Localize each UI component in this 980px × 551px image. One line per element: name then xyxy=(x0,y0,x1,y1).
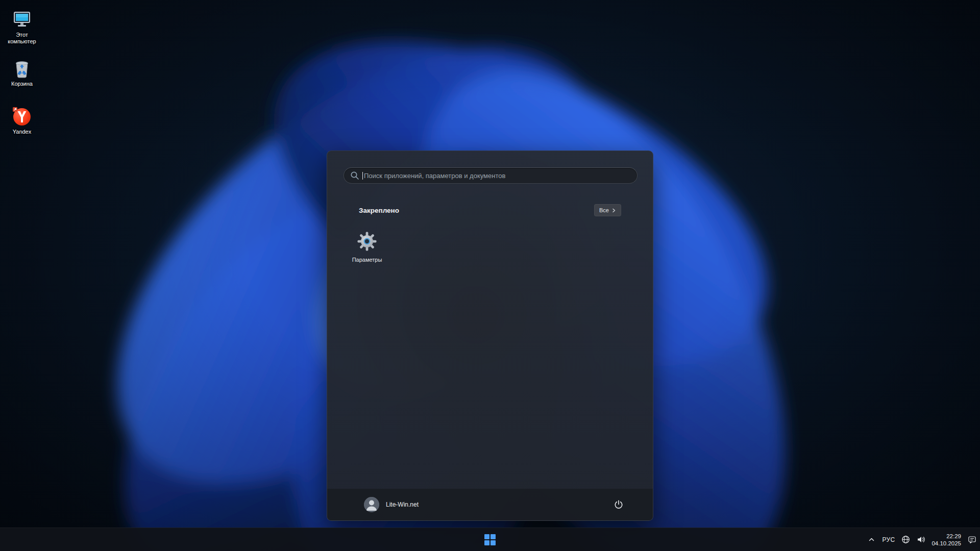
recycle-bin-icon xyxy=(13,58,31,79)
power-button[interactable] xyxy=(609,495,628,514)
globe-network-icon xyxy=(901,535,910,544)
this-pc-icon xyxy=(12,9,32,30)
tray-overflow-button[interactable] xyxy=(865,530,879,549)
chevron-right-icon xyxy=(611,208,616,213)
text-caret xyxy=(362,172,363,180)
all-apps-label: Все xyxy=(599,207,609,213)
clock-time: 22:29 xyxy=(946,533,961,540)
desktop-icon-yandex[interactable]: Yandex xyxy=(2,104,42,137)
user-name-label: Lite-Win.net xyxy=(386,501,419,508)
start-menu-footer: Lite-Win.net xyxy=(327,489,653,520)
notification-icon xyxy=(968,535,976,544)
language-label: РУС xyxy=(883,536,895,543)
taskbar-center xyxy=(479,530,501,550)
desktop-icon-this-pc[interactable]: Этот компьютер xyxy=(2,7,42,47)
user-avatar-icon xyxy=(364,497,379,512)
search-icon xyxy=(350,171,359,180)
power-icon xyxy=(614,499,624,510)
network-indicator[interactable] xyxy=(898,530,913,549)
taskbar: РУС 22:29 04.10.2025 xyxy=(0,528,980,551)
desktop-icon-recycle-bin[interactable]: Корзина xyxy=(2,56,42,89)
desktop-icon-label: Yandex xyxy=(13,129,32,135)
start-search-input[interactable] xyxy=(364,172,631,180)
user-account-button[interactable]: Lite-Win.net xyxy=(359,494,424,515)
language-indicator[interactable]: РУС xyxy=(880,530,898,549)
all-apps-button[interactable]: Все xyxy=(594,204,621,216)
pinned-section-header: Закреплено Все xyxy=(359,204,621,217)
clock[interactable]: 22:29 04.10.2025 xyxy=(929,530,964,549)
app-label-settings: Параметры xyxy=(352,257,382,263)
notification-center-button[interactable] xyxy=(965,530,979,549)
volume-indicator[interactable] xyxy=(914,530,928,549)
system-tray: РУС 22:29 04.10.2025 xyxy=(865,528,979,551)
speaker-icon xyxy=(917,535,925,544)
start-search-box[interactable] xyxy=(344,167,638,184)
start-menu: Закреплено Все xyxy=(327,151,653,521)
start-button[interactable] xyxy=(479,530,501,550)
desktop-icon-label: Этот компьютер xyxy=(3,32,41,45)
yandex-browser-icon xyxy=(12,106,32,127)
clock-date: 04.10.2025 xyxy=(932,540,961,547)
pinned-app-grid: Параметры xyxy=(342,227,391,269)
desktop-icon-label: Корзина xyxy=(11,81,33,87)
app-tile-settings[interactable]: Параметры xyxy=(342,227,391,269)
windows-logo-icon xyxy=(484,534,496,545)
pinned-title: Закреплено xyxy=(359,207,399,214)
settings-gear-icon xyxy=(357,232,377,253)
chevron-up-icon xyxy=(868,536,875,543)
